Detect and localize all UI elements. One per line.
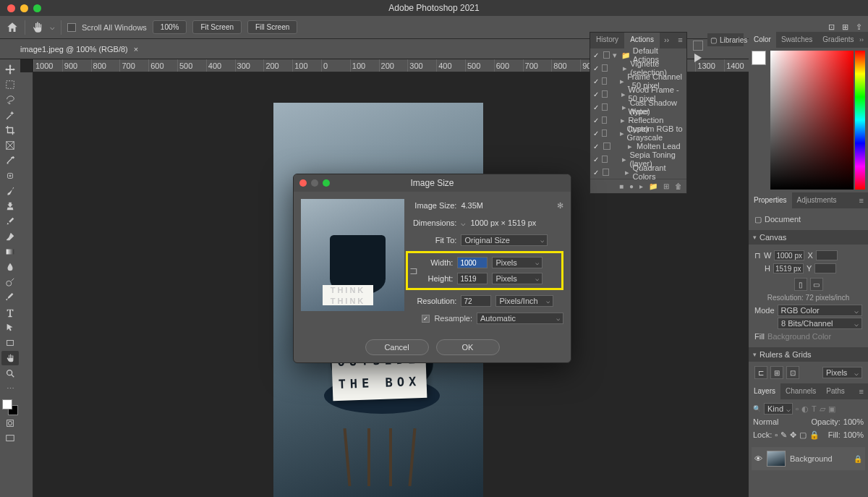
tab-swatches[interactable]: Swatches [776,32,817,48]
gear-icon[interactable]: ✻ [557,201,563,211]
close-tab-icon[interactable]: × [134,45,138,54]
crop-tool[interactable] [1,123,19,137]
filter-type-icon[interactable]: T [812,404,817,413]
document-tab[interactable]: image1.jpeg @ 100% (RGB/8) [20,45,128,54]
color-field[interactable] [770,51,854,190]
play-icon[interactable]: ▸ [639,182,643,190]
eraser-tool[interactable] [1,229,19,244]
clone-stamp-tool[interactable] [1,199,19,213]
layer-name[interactable]: Background [790,454,833,463]
workspace-icon[interactable]: ⊞ [842,22,848,32]
type-tool[interactable] [1,305,19,320]
pen-tool[interactable] [1,290,19,305]
new-action-icon[interactable]: ⊞ [663,182,669,190]
zoom-tool[interactable] [1,366,19,381]
marquee-tool[interactable] [1,77,19,92]
maximize-window-icon[interactable] [33,4,41,12]
lock-position-icon[interactable]: ✥ [790,430,796,440]
lock-transparency-icon[interactable]: ▫ [775,430,778,439]
zoom-percent-button[interactable]: 100% [153,20,187,34]
hand-tool-icon[interactable] [31,21,44,34]
dialog-close-icon[interactable] [299,179,307,187]
filter-smartobj-icon[interactable]: ▣ [828,404,835,414]
color-mode-dropdown[interactable]: RGB Color [778,305,862,316]
resample-dropdown[interactable]: Automatic [477,313,563,324]
filter-adjustment-icon[interactable]: ◐ [801,404,809,414]
tab-channels[interactable]: Channels [780,383,821,399]
rulers-grids-section-header[interactable]: ▾Rulers & Grids [749,347,868,362]
filter-shape-icon[interactable]: ▱ [820,404,825,414]
hand-tool[interactable] [1,351,19,365]
edit-toolbar-icon[interactable]: ⋯ [1,381,19,396]
constrain-proportions-icon[interactable]: ⊐ [409,265,418,276]
trash-icon[interactable]: 🗑 [675,182,682,190]
cancel-button[interactable]: Cancel [365,339,429,355]
action-item[interactable]: ✓▸Quadrant Colors [590,166,686,179]
stop-icon[interactable]: ■ [619,182,624,190]
healing-brush-tool[interactable] [1,169,19,183]
frame-tool[interactable] [1,138,19,153]
tab-paths[interactable]: Paths [821,383,850,399]
reset-icon[interactable] [693,41,703,51]
share-icon[interactable]: ⇪ [856,22,862,32]
tab-history[interactable]: History [590,33,624,48]
grid-icon[interactable]: ⊞ [770,366,783,379]
eyedropper-tool[interactable] [1,153,19,168]
resample-checkbox[interactable]: ✓ [422,315,430,323]
home-icon[interactable] [6,21,19,34]
tab-adjustments[interactable]: Adjustments [792,192,842,208]
hue-slider[interactable] [855,51,865,190]
libraries-tab[interactable]: ▢ Libraries [707,33,744,46]
landscape-orientation-button[interactable]: ▭ [810,278,823,291]
traffic-lights[interactable] [0,4,41,12]
opacity-value[interactable]: 100% [843,417,864,426]
canvas-height-input[interactable] [773,263,804,273]
fill-screen-button[interactable]: Fill Screen [247,20,297,34]
play-action-icon[interactable] [694,54,702,62]
link-wh-icon[interactable]: ⊓ [754,251,761,260]
height-input[interactable] [457,273,488,284]
move-tool[interactable] [1,62,19,77]
canvas-x-input[interactable] [816,250,838,260]
width-input[interactable] [457,257,488,268]
tab-color[interactable]: Color [749,32,776,48]
panel-menu-icon[interactable]: ≡ [855,196,868,205]
ok-button[interactable]: OK [436,339,500,355]
lock-icon[interactable]: 🔒 [854,455,862,463]
path-selection-tool[interactable] [1,320,19,335]
guides-icon[interactable]: ⊡ [786,366,799,379]
dodge-tool[interactable] [1,275,19,289]
layer-visibility-icon[interactable]: 👁 [754,454,762,463]
quick-mask-icon[interactable] [1,416,19,430]
canvas-y-input[interactable] [814,263,836,273]
collapsed-libraries-panel[interactable]: ›› [855,33,868,46]
layer-background[interactable]: 👁 Background 🔒 [752,447,865,470]
gradient-tool[interactable] [1,245,19,259]
resolution-units-dropdown[interactable]: Pixels/Inch [495,295,553,307]
action-item[interactable]: ✓▸Custom RGB to Grayscale [590,127,686,140]
tab-properties[interactable]: Properties [749,192,792,208]
ruler-icon[interactable]: ⊏ [754,366,767,379]
filter-kind-icon[interactable]: 🔍 [753,405,761,412]
tab-layers[interactable]: Layers [749,383,780,399]
brush-tool[interactable] [1,184,19,198]
dialog-titlebar[interactable]: Image Size [294,174,571,192]
layer-fill-value[interactable]: 100% [843,430,864,439]
fit-screen-button[interactable]: Fit Screen [192,20,242,34]
ruler-units-dropdown[interactable]: Pixels [822,367,862,378]
height-units-dropdown[interactable]: Pixels [492,273,542,284]
scroll-all-checkbox[interactable] [67,23,76,32]
lock-artboard-icon[interactable]: ▢ [799,430,807,440]
foreground-swatch[interactable] [752,51,766,65]
search-icon[interactable]: ⊡ [828,22,835,32]
magic-wand-tool[interactable] [1,108,19,122]
history-brush-tool[interactable] [1,214,19,229]
canvas-section-header[interactable]: ▾Canvas [749,230,868,245]
tool-preset-chevron-icon[interactable]: ⌵ [50,22,55,32]
dialog-zoom-icon[interactable] [323,179,330,187]
blur-tool[interactable] [1,260,19,274]
minimize-window-icon[interactable] [20,4,28,12]
resolution-input[interactable] [461,295,491,307]
screen-mode-icon[interactable] [1,431,19,446]
close-window-icon[interactable] [7,4,15,12]
